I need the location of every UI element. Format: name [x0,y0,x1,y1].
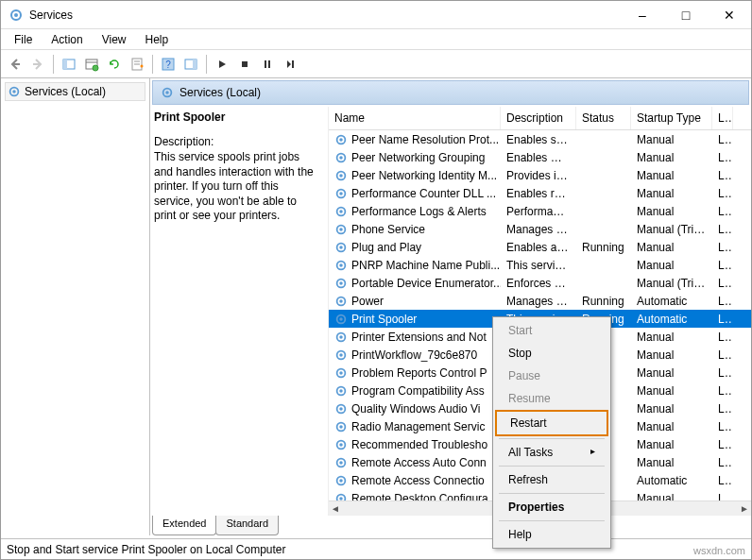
cell-name: Print Spooler [329,312,501,327]
svg-point-20 [12,90,16,93]
col-name[interactable]: Name [329,107,501,129]
cell-logon: Lc [712,222,733,237]
ctx-restart[interactable]: Restart [495,410,608,436]
pause-service-button[interactable] [257,54,278,75]
col-status[interactable]: Status [576,107,631,129]
cell-logon: Lc [712,437,733,452]
show-hide-tree-button[interactable] [59,54,79,75]
service-row[interactable]: Peer Name Resolution Prot...Enables serv… [329,130,751,148]
service-row[interactable]: Performance Counter DLL ...Enables rem..… [329,184,751,202]
service-row[interactable]: Phone ServiceManages th...Manual (Trig..… [329,220,751,238]
service-row[interactable]: Performance Logs & AlertsPerformanc...Ma… [329,202,751,220]
back-button[interactable] [5,54,26,75]
tree-root-item[interactable]: Services (Local) [5,82,145,101]
cell-logon: Lc [712,150,733,165]
ctx-pause[interactable]: Pause [495,365,608,387]
stop-service-button[interactable] [234,54,255,75]
cell-startup: Manual [631,240,712,255]
main-area: Services (Local) Services (Local) Print … [1,78,751,535]
cell-logon: Lc [712,365,733,381]
cell-status [576,264,631,266]
cell-name: Printer Extensions and Not [329,330,501,345]
ctx-resume[interactable]: Resume [495,387,608,410]
svg-rect-3 [63,59,67,69]
cell-name: Peer Name Resolution Prot... [329,132,501,147]
ctx-all-tasks[interactable]: All Tasks [495,441,608,464]
cell-logon: Lc [712,491,733,501]
cell-name: Phone Service [329,222,501,237]
cell-startup: Manual [631,455,712,470]
svg-point-56 [339,425,343,429]
col-startup[interactable]: Startup Type [631,107,712,129]
restart-service-button[interactable] [280,54,300,75]
cell-name: Recommended Troublesho [329,437,501,452]
watermark: wsxdn.com [693,545,745,556]
cell-status [576,139,631,141]
ctx-help[interactable]: Help [495,523,608,546]
export-list-button[interactable] [81,54,102,75]
tree-root-label: Services (Local) [25,85,106,98]
cell-startup: Manual [631,365,712,381]
svg-point-30 [339,192,343,195]
toolbar: ? [1,50,751,78]
svg-point-46 [339,335,343,339]
tab-extended[interactable]: Extended [152,516,216,535]
help-button[interactable]: ? [158,54,179,75]
properties-button[interactable] [127,54,147,75]
tab-standard[interactable]: Standard [215,516,279,535]
cell-startup: Manual [631,258,712,273]
refresh-button[interactable] [104,54,125,75]
forward-button[interactable] [27,54,48,75]
col-logon[interactable]: Lo [712,107,733,129]
cell-startup: Manual [631,401,712,416]
ctx-separator [499,438,605,439]
svg-point-42 [339,299,343,303]
cell-name: Power [329,294,501,309]
window-title: Services [29,8,621,22]
cell-startup: Manual [631,150,712,165]
menu-help[interactable]: Help [136,31,179,48]
menu-action[interactable]: Action [42,31,92,48]
menu-file[interactable]: File [5,31,42,48]
cell-name: Remote Desktop Configura [329,491,501,501]
close-button[interactable]: ✕ [708,1,751,29]
menu-view[interactable]: View [93,31,136,48]
cell-description: Enables a c... [501,240,576,255]
content-header-title: Services (Local) [179,86,261,99]
selected-service-name: Print Spooler [154,110,320,124]
cell-startup: Manual [631,330,712,345]
description-text: This service spools print jobs and handl… [154,150,320,224]
service-row[interactable]: PNRP Machine Name Publi...This service .… [329,256,751,274]
cell-status [576,175,631,177]
show-hide-action-button[interactable] [180,54,201,75]
svg-point-54 [339,407,343,411]
ctx-properties[interactable]: Properties [495,496,608,518]
ctx-stop[interactable]: Stop [495,342,608,365]
ctx-start[interactable]: Start [495,319,608,342]
service-row[interactable]: Plug and PlayEnables a c...RunningManual… [329,238,751,256]
cell-startup: Automatic [631,473,712,488]
col-description[interactable]: Description [501,107,576,129]
ctx-refresh[interactable]: Refresh [495,468,608,491]
service-row[interactable]: Portable Device Enumerator...Enforces gr… [329,274,751,292]
cell-startup: Automatic [631,312,712,327]
cell-startup: Manual [631,491,712,501]
cell-logon: Lc [712,294,733,309]
service-row[interactable]: PowerManages p...RunningAutomaticLc [329,292,751,310]
service-row[interactable]: Peer Networking Identity M...Provides id… [329,166,751,184]
svg-point-62 [339,479,343,483]
svg-point-52 [339,389,343,393]
cell-startup: Manual [631,348,712,363]
detail-pane: Print Spooler Description: This service … [152,107,328,516]
services-icon [161,86,174,99]
cell-startup: Manual (Trig... [631,276,712,291]
minimize-button[interactable]: – [621,1,664,29]
maximize-button[interactable]: □ [664,1,708,29]
service-row[interactable]: Peer Networking GroupingEnables mul...Ma… [329,148,751,166]
start-service-button[interactable] [212,54,232,75]
content-header: Services (Local) [152,80,749,105]
svg-rect-17 [268,60,270,68]
cell-status [576,157,631,159]
cell-startup: Automatic [631,294,712,309]
cell-description: Manages th... [501,222,576,237]
